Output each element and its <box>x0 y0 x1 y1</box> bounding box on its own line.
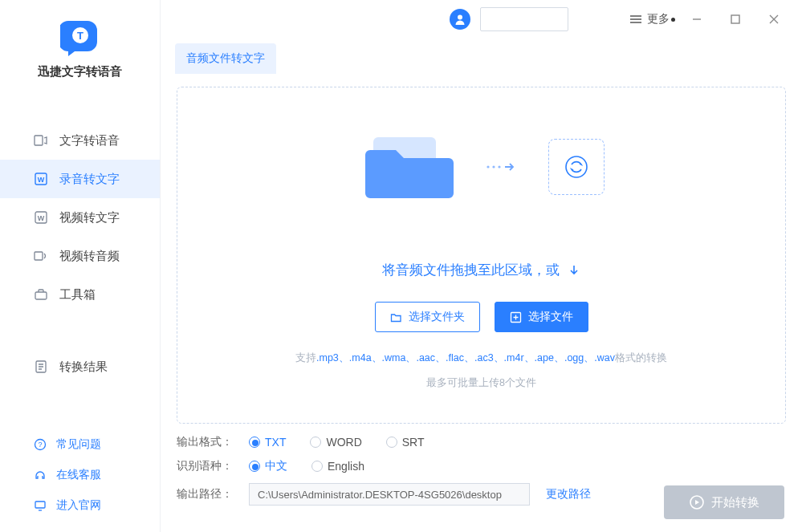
more-label: 更多 <box>647 12 670 26</box>
hint-formats: .mp3、.m4a、.wma、.aac、.flac、.ac3、.m4r、.ape… <box>316 352 615 363</box>
nav-text-to-speech[interactable]: 文字转语音 <box>0 121 160 160</box>
video-audio-icon <box>34 249 48 263</box>
drag-text-label: 将音频文件拖拽至此区域，或 <box>382 261 560 279</box>
link-faq[interactable]: ? 常见问题 <box>0 429 160 460</box>
svg-rect-12 <box>35 502 45 508</box>
radio-english[interactable]: English <box>311 459 364 473</box>
language-label: 识别语种： <box>177 459 233 473</box>
svg-point-18 <box>498 165 500 168</box>
radio-dot-icon <box>311 461 323 472</box>
plus-box-icon <box>510 311 522 323</box>
text-speech-icon <box>34 133 48 148</box>
select-folder-label: 选择文件夹 <box>409 310 465 324</box>
minimize-icon <box>691 14 702 25</box>
play-circle-icon <box>689 494 705 510</box>
start-button-label: 开始转换 <box>711 495 759 510</box>
dropzone[interactable]: 将音频文件拖拽至此区域，或 选择文件夹 选择文件 支持.mp3、.m4a、.wm… <box>177 87 786 424</box>
nav-list: 文字转语音 W 录音转文字 W 视频转文字 视频转音频 工具箱 转换结果 <box>0 121 160 386</box>
folder-icon <box>359 131 455 203</box>
radio-label: 中文 <box>265 459 287 473</box>
nav-label: 工具箱 <box>59 287 96 303</box>
select-file-button[interactable]: 选择文件 <box>495 302 588 332</box>
headset-icon <box>34 469 47 481</box>
svg-point-19 <box>566 156 587 177</box>
link-support[interactable]: 在线客服 <box>0 460 160 490</box>
link-label: 常见问题 <box>56 437 101 452</box>
tab-bar: 音频文件转文字 <box>161 39 802 74</box>
language-radio-group: 中文 English <box>249 459 364 473</box>
nav-video-to-text[interactable]: W 视频转文字 <box>0 198 160 237</box>
user-icon <box>454 13 466 26</box>
radio-word[interactable]: WORD <box>310 436 361 449</box>
close-button[interactable] <box>757 6 791 32</box>
link-label: 在线客服 <box>56 468 101 482</box>
nav-label: 文字转语音 <box>59 133 120 148</box>
audio-text-icon: W <box>34 172 48 186</box>
notification-dot-icon <box>671 18 675 22</box>
radio-chinese[interactable]: 中文 <box>249 459 287 473</box>
format-radio-group: TXT WORD SRT <box>249 436 425 449</box>
radio-label: SRT <box>402 436 425 449</box>
radio-dot-icon <box>310 437 321 448</box>
menu-lines-icon <box>629 14 642 24</box>
sidebar: T 迅捷文字转语音 文字转语音 W 录音转文字 W 视频转文字 视频转音频 工具… <box>0 0 161 532</box>
download-arrow-icon <box>568 264 580 277</box>
close-icon <box>768 14 780 25</box>
help-links: ? 常见问题 在线客服 进入官网 <box>0 429 160 532</box>
more-menu[interactable]: 更多 <box>629 12 675 26</box>
link-website[interactable]: 进入官网 <box>0 490 160 521</box>
svg-text:T: T <box>77 30 83 42</box>
select-file-label: 选择文件 <box>528 310 573 324</box>
maximize-button[interactable] <box>719 6 752 32</box>
svg-text:W: W <box>38 176 45 184</box>
nav-audio-to-text[interactable]: W 录音转文字 <box>0 160 160 198</box>
folder-small-icon <box>390 311 402 323</box>
monitor-icon <box>34 499 47 512</box>
radio-label: English <box>328 460 364 473</box>
format-hint: 支持.mp3、.m4a、.wma、.aac、.flac、.ac3、.m4r、.a… <box>295 351 667 365</box>
nav-results[interactable]: 转换结果 <box>0 347 160 386</box>
change-path-link[interactable]: 更改路径 <box>546 487 591 502</box>
svg-rect-2 <box>35 136 43 145</box>
radio-txt[interactable]: TXT <box>249 436 286 449</box>
nav-toolbox[interactable]: 工具箱 <box>0 275 160 314</box>
user-input[interactable] <box>480 7 568 31</box>
convert-target-icon <box>548 139 605 195</box>
dropzone-graphic <box>359 131 605 203</box>
nav-label: 视频转文字 <box>59 210 120 225</box>
svg-rect-8 <box>35 292 47 299</box>
radio-label: TXT <box>265 436 286 449</box>
svg-rect-7 <box>35 252 43 260</box>
button-row: 选择文件夹 选择文件 <box>375 302 588 332</box>
language-row: 识别语种： 中文 English <box>177 459 786 473</box>
main-content: 更多 音频文件转文字 将音频文件拖拽至此区域，或 <box>161 0 802 532</box>
radio-dot-icon <box>386 437 397 448</box>
minimize-button[interactable] <box>680 6 714 32</box>
avatar[interactable] <box>450 9 470 30</box>
nav-label: 转换结果 <box>59 359 108 375</box>
radio-label: WORD <box>326 436 361 449</box>
app-logo-icon: T <box>60 16 100 56</box>
hint-suffix: 格式的转换 <box>615 352 667 363</box>
results-icon <box>34 359 48 374</box>
maximize-icon <box>730 14 741 25</box>
arrow-right-icon <box>486 161 518 173</box>
titlebar: 更多 <box>161 0 802 39</box>
svg-rect-14 <box>731 15 739 23</box>
tab-audio-to-text[interactable]: 音频文件转文字 <box>175 43 276 74</box>
start-convert-button[interactable]: 开始转换 <box>664 485 784 519</box>
radio-srt[interactable]: SRT <box>386 436 425 449</box>
nav-video-to-audio[interactable]: 视频转音频 <box>0 237 160 275</box>
output-format-row: 输出格式： TXT WORD SRT <box>177 435 786 449</box>
logo-area: T 迅捷文字转语音 <box>0 0 160 102</box>
radio-dot-icon <box>249 461 260 472</box>
select-folder-button[interactable]: 选择文件夹 <box>375 302 480 332</box>
output-path-label: 输出路径： <box>177 487 233 502</box>
svg-text:?: ? <box>38 441 42 449</box>
output-path-input[interactable]: C:\Users\Administrator.DESKTOP-4SG5026\d… <box>249 483 530 506</box>
link-label: 进入官网 <box>56 498 101 513</box>
batch-hint: 最多可批量上传8个文件 <box>426 376 536 390</box>
app-name: 迅捷文字转语音 <box>38 64 122 79</box>
drag-instruction: 将音频文件拖拽至此区域，或 <box>382 261 580 279</box>
question-icon: ? <box>34 438 47 451</box>
